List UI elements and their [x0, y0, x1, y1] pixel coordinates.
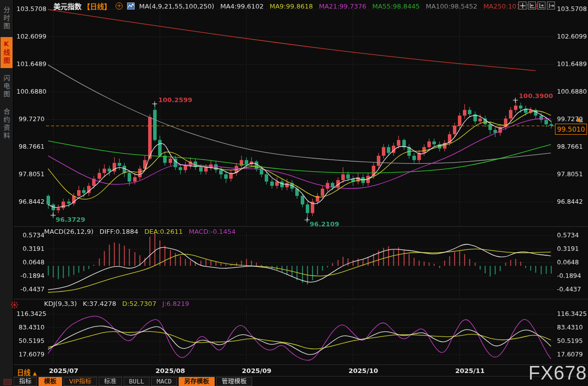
chart-application: 分时图K线图闪电图合约资料 美元指数 【日线】 + MA(4,9,21,55,1… [0, 0, 588, 386]
kdj-header: KDJ(9,3,3)K:37.4278D:52.7307J:6.8219 [44, 300, 189, 307]
kdj-label-1: K:37.4278 [83, 300, 117, 307]
sidebar-tab-fenshi[interactable]: 分时图 [1, 4, 13, 34]
toolbar-tab-7[interactable]: 管理模板 [216, 377, 252, 386]
corner-handle[interactable] [4, 379, 12, 385]
left-sidebar: 分时图K线图闪电图合约资料 [0, 0, 14, 386]
ma-legend-item-2: MA9:99.8618 [270, 3, 313, 10]
sidebar-tab-heyue[interactable]: 合约资料 [1, 105, 13, 143]
toolbar-tab-1[interactable]: 模板 [39, 377, 62, 386]
symbol-title: 美元指数 [54, 1, 82, 11]
toolbar-tab-4[interactable]: BULL [124, 377, 150, 386]
time-axis-label-2: 2025/09 [238, 367, 275, 374]
sidebar-tab-shandian[interactable]: 闪电图 [1, 72, 13, 102]
sidebar-tab-kline[interactable]: K线图 [1, 37, 13, 68]
macd-label-1: DIFF:0.1884 [100, 228, 139, 235]
toolbar-tab-6[interactable]: 另存模板 [179, 377, 215, 386]
price-up-arrow-icon: ▲▲ [576, 116, 586, 123]
ma-legend-item-3: MA21:99.7376 [319, 3, 366, 10]
bottom-toolbar: 指标模板VIP指标标准BULLMACD另存模板管理模板 [14, 376, 588, 386]
ma-legend-item-4: MA55:98.8445 [372, 3, 420, 10]
time-axis-label-3: 2025/10 [345, 367, 382, 374]
chart-header: 美元指数 【日线】 + MA(4,9,21,55,100,250)MA4:99.… [54, 1, 539, 11]
alert-burst-icon[interactable] [10, 300, 19, 311]
chart-area: 美元指数 【日线】 + MA(4,9,21,55,100,250)MA4:99.… [14, 0, 588, 386]
period-selector-arrow-icon: ▲ [33, 370, 37, 376]
jump-latest-icon[interactable] [547, 2, 555, 10]
ma-legend-item-0: MA(4,9,21,55,100,250) [139, 3, 214, 10]
period-selector[interactable]: 日线 ▲ [17, 367, 37, 377]
time-axis-label-4: 2025/11 [451, 367, 488, 374]
macd-label-0: MACD(26,12,9) [44, 228, 94, 235]
last-price-value: 99.5010 [557, 125, 585, 133]
toolbar-tab-0[interactable]: 指标 [14, 377, 37, 386]
toolbar-tab-2[interactable]: VIP指标 [64, 377, 97, 386]
kdj-label-2: D:52.7307 [122, 300, 156, 307]
pan-mode-icon[interactable] [518, 2, 526, 10]
ma-legend-item-5: MA100:98.5452 [426, 3, 477, 10]
toolbar-tab-5[interactable]: MACD [151, 377, 177, 386]
kdj-label-0: KDJ(9,3,3) [44, 300, 77, 307]
scale-left-icon[interactable] [528, 2, 536, 10]
time-axis-label-0: 2025/07 [45, 367, 82, 374]
macd-header: MACD(26,12,9)DIFF:0.1884DEA:0.2611MACD:-… [44, 228, 236, 235]
scale-right-icon[interactable] [537, 2, 545, 10]
period-selector-label: 日线 [17, 368, 31, 376]
macd-label-2: DEA:0.2611 [144, 228, 183, 235]
kdj-label-3: J:6.8219 [162, 300, 189, 307]
window-controls [518, 2, 555, 10]
time-axis: 日线 ▲ 2025/072025/082025/092025/102025/11 [14, 365, 588, 376]
period-tag: 【日线】 [83, 1, 111, 11]
brand-watermark: FX678 [528, 362, 587, 384]
chart-type-icon[interactable] [127, 3, 135, 10]
last-price-tag: 99.5010 [555, 124, 587, 135]
add-indicator-icon[interactable]: + [116, 3, 123, 10]
ma-legend-item-1: MA4:99.6102 [220, 3, 264, 10]
macd-label-3: MACD:-0.1454 [189, 228, 236, 235]
ma-legend: MA(4,9,21,55,100,250)MA4:99.6102MA9:99.8… [139, 3, 539, 10]
toolbar-tab-3[interactable]: 标准 [99, 377, 122, 386]
time-axis-label-1: 2025/08 [152, 367, 189, 374]
chart-canvas[interactable] [14, 0, 588, 386]
